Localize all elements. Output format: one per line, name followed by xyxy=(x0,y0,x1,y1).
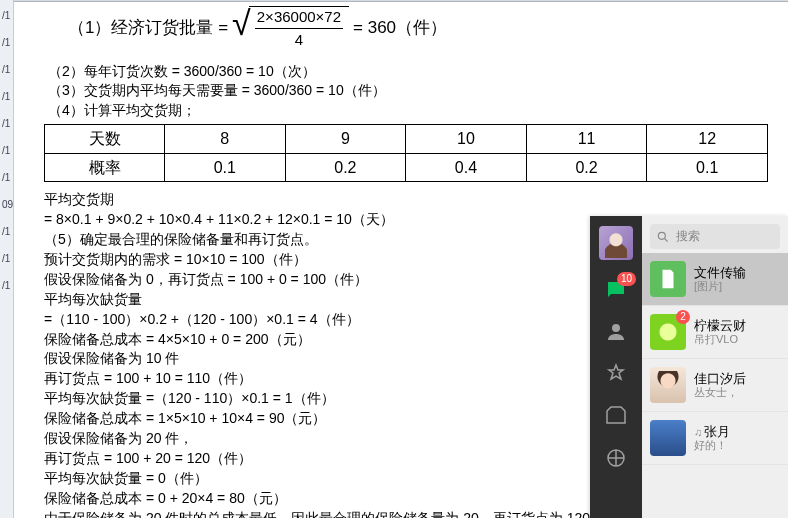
lemon-avatar-icon: 2 xyxy=(650,314,686,350)
chat-item-file-transfer[interactable]: 文件传输 [图片] xyxy=(642,253,788,306)
contact-avatar-icon xyxy=(650,367,686,403)
sqrt-expression: √ 2×36000×72 4 xyxy=(232,6,349,51)
wechat-sidebar: 10 xyxy=(590,216,642,518)
text-line: （3）交货期内平均每天需要量 = 3600/360 = 10（件） xyxy=(44,81,768,100)
chat-name: 佳口汐后 xyxy=(694,371,746,387)
user-avatar[interactable] xyxy=(599,226,633,260)
chat-name: 柠檬云财 xyxy=(694,318,746,334)
probability-table: 天数 8 9 10 11 12 概率 0.1 0.2 0.4 0.2 0.1 xyxy=(44,124,768,182)
text-line: （4）计算平均交货期； xyxy=(44,101,768,120)
table-row: 天数 8 9 10 11 12 xyxy=(45,125,768,154)
fraction-denominator: 4 xyxy=(255,28,343,50)
formula-result: = 360（件） xyxy=(353,17,447,40)
row-label: 天数 xyxy=(45,125,165,154)
chat-preview: 吊打VLO xyxy=(694,333,746,346)
text-line: （2）每年订货次数 = 3600/360 = 10（次） xyxy=(44,62,768,81)
svg-point-2 xyxy=(658,232,665,239)
row-label: 概率 xyxy=(45,153,165,182)
chat-name: ♫张月 xyxy=(694,424,730,440)
svg-point-0 xyxy=(612,324,620,332)
chat-icon[interactable]: 10 xyxy=(604,278,628,302)
formula-label: （1）经济订货批量 = xyxy=(68,17,228,40)
chat-preview: 丛女士， xyxy=(694,386,746,399)
formula-eoq: （1）经济订货批量 = √ 2×36000×72 4 = 360（件） xyxy=(44,2,768,61)
chat-item-zhangyue[interactable]: ♫张月 好的！ xyxy=(642,412,788,465)
contacts-icon[interactable] xyxy=(604,320,628,344)
chat-name: 文件传输 xyxy=(694,265,746,281)
chat-item-jiaxihou[interactable]: 佳口汐后 丛女士， xyxy=(642,359,788,412)
wechat-panel: 10 搜索 文件传输 [图片] xyxy=(590,216,788,518)
contact-avatar-icon xyxy=(650,420,686,456)
wechat-chatlist: 搜索 文件传输 [图片] 2 柠檬云财 吊打VLO 佳口汐后 丛 xyxy=(642,216,788,518)
music-note-icon: ♫ xyxy=(694,426,702,438)
file-transfer-icon xyxy=(650,261,686,297)
chat-preview: [图片] xyxy=(694,280,746,293)
text-line: 平均交货期 xyxy=(44,190,768,209)
table-row: 概率 0.1 0.2 0.4 0.2 0.1 xyxy=(45,153,768,182)
search-input[interactable]: 搜索 xyxy=(650,224,780,249)
chat-item-lemon[interactable]: 2 柠檬云财 吊打VLO xyxy=(642,306,788,359)
search-icon xyxy=(656,230,670,244)
files-icon[interactable] xyxy=(604,404,628,428)
chat-badge: 10 xyxy=(617,272,636,286)
chat-preview: 好的！ xyxy=(694,439,730,452)
search-placeholder: 搜索 xyxy=(676,228,700,245)
left-ruler: /1/1/1/1/1/1/109/1/1/1 xyxy=(0,0,14,518)
fraction-numerator: 2×36000×72 xyxy=(255,7,343,28)
favorites-icon[interactable] xyxy=(604,362,628,386)
moments-icon[interactable] xyxy=(604,446,628,470)
unread-badge: 2 xyxy=(676,310,690,324)
